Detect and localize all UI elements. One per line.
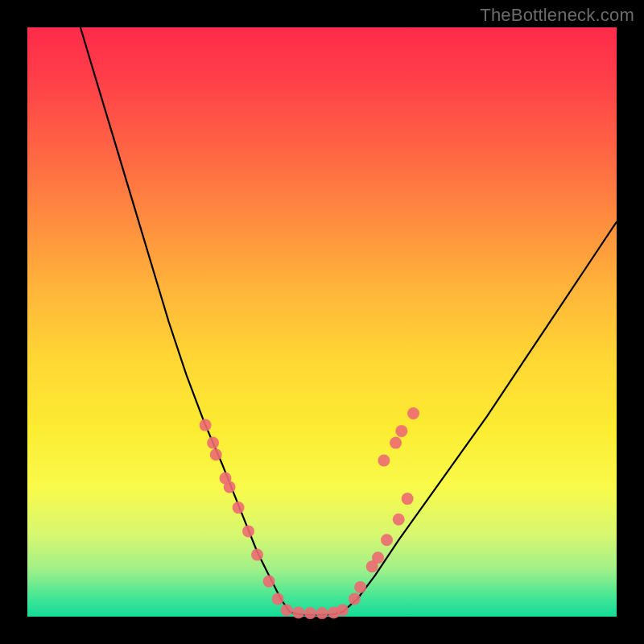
data-point bbox=[242, 525, 254, 537]
curve-lines bbox=[80, 27, 617, 615]
data-point bbox=[263, 576, 275, 588]
data-point bbox=[395, 425, 407, 437]
chart-frame: TheBottleneck.com bbox=[0, 0, 644, 644]
data-point bbox=[393, 514, 405, 526]
scatter-dots bbox=[200, 407, 419, 619]
data-point bbox=[354, 581, 366, 593]
data-point bbox=[378, 455, 390, 467]
watermark-text: TheBottleneck.com bbox=[480, 5, 634, 26]
data-point bbox=[224, 481, 236, 493]
chart-svg bbox=[27, 27, 617, 617]
plot-area bbox=[27, 27, 617, 617]
data-point bbox=[372, 551, 384, 564]
data-point bbox=[200, 419, 212, 431]
data-point bbox=[336, 604, 349, 616]
data-point bbox=[251, 549, 263, 561]
data-point bbox=[381, 534, 393, 546]
data-point bbox=[304, 607, 316, 619]
data-point bbox=[272, 593, 284, 605]
bottleneck-curve bbox=[80, 27, 617, 615]
data-point bbox=[402, 493, 414, 505]
data-point bbox=[207, 437, 219, 449]
data-point bbox=[281, 604, 293, 616]
data-point bbox=[349, 593, 361, 605]
data-point bbox=[407, 407, 419, 419]
data-point bbox=[390, 437, 402, 449]
data-point bbox=[292, 606, 304, 618]
data-point bbox=[210, 448, 222, 460]
data-point bbox=[233, 502, 245, 514]
data-point bbox=[316, 607, 328, 619]
